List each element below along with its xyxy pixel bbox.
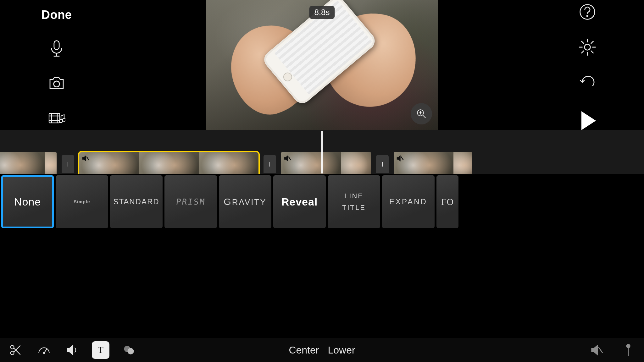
zoom-in-icon[interactable] (411, 103, 432, 124)
svg-line-29 (401, 157, 403, 160)
titles-icon[interactable]: T (92, 341, 109, 359)
title-style-label: EXPAND (389, 197, 427, 206)
svg-line-22 (581, 41, 584, 43)
title-style-label: GRAVITY (224, 196, 266, 207)
title-style-line-title[interactable]: LINE TITLE (328, 175, 380, 228)
svg-line-39 (599, 347, 603, 353)
timeline[interactable]: | | | (0, 130, 644, 174)
transition-slot[interactable]: | (371, 152, 394, 174)
title-style-gravity[interactable]: GRAVITY (219, 175, 271, 228)
svg-point-31 (11, 351, 14, 355)
clip-muted-icon (283, 154, 292, 163)
clip-muted-icon (396, 154, 404, 163)
title-style-prism[interactable]: PRISM (164, 175, 217, 228)
title-style-simple[interactable]: Simple (56, 175, 108, 228)
title-style-label: LINE TITLE (337, 192, 371, 212)
title-styles-panel: None Simple STANDARD PRISM GRAVITY Revea… (0, 174, 644, 231)
title-position-toggle: Center Lower (289, 344, 355, 356)
timeline-clip[interactable] (0, 152, 57, 174)
svg-point-40 (627, 344, 630, 348)
pin-icon[interactable] (619, 341, 637, 359)
svg-text:T: T (98, 345, 103, 355)
svg-rect-4 (49, 113, 60, 123)
clip-muted-icon (81, 154, 90, 163)
svg-line-23 (591, 51, 593, 53)
help-icon[interactable] (579, 3, 596, 21)
svg-point-35 (43, 352, 45, 354)
play-icon[interactable] (579, 109, 596, 130)
speed-icon[interactable] (35, 341, 53, 359)
svg-line-25 (581, 51, 584, 53)
svg-point-17 (585, 44, 591, 50)
timeline-clip[interactable] (394, 152, 472, 174)
playhead[interactable] (321, 131, 323, 173)
volume-icon[interactable] (64, 341, 81, 359)
title-style-none[interactable]: None (1, 175, 54, 228)
svg-point-3 (54, 81, 60, 87)
media-library-icon[interactable] (48, 110, 65, 127)
title-position-center[interactable]: Center (289, 344, 319, 356)
title-style-focus[interactable]: FO (436, 175, 458, 228)
svg-point-16 (587, 15, 588, 17)
right-toolbar (531, 0, 644, 130)
bottom-toolbar: T Center Lower (0, 338, 644, 362)
done-button[interactable]: Done (42, 8, 72, 22)
svg-point-30 (11, 345, 14, 349)
settings-icon[interactable] (579, 38, 596, 56)
svg-line-24 (591, 41, 593, 43)
title-style-reveal[interactable]: Reveal (273, 175, 326, 228)
title-style-label: STANDARD (113, 197, 159, 206)
editor-top-area: Done 8.8s (0, 0, 644, 130)
filters-icon[interactable] (120, 341, 138, 359)
title-style-expand[interactable]: EXPAND (382, 175, 435, 228)
video-preview[interactable]: 8.8s (206, 0, 438, 130)
title-style-label: None (14, 196, 41, 208)
svg-line-12 (423, 115, 426, 118)
timeline-clip[interactable] (281, 152, 371, 174)
preview-area: 8.8s (113, 0, 531, 130)
timeline-clip-selected[interactable] (79, 152, 258, 174)
svg-rect-0 (54, 41, 59, 50)
title-style-label: Simple (74, 199, 90, 204)
svg-point-38 (127, 348, 134, 354)
split-icon[interactable] (7, 341, 25, 359)
title-style-standard[interactable]: STANDARD (110, 175, 163, 228)
title-position-lower[interactable]: Lower (328, 344, 355, 356)
microphone-icon[interactable] (48, 39, 65, 57)
undo-icon[interactable] (579, 74, 596, 91)
title-style-label: Reveal (281, 196, 318, 208)
title-style-label: PRISM (175, 197, 206, 206)
svg-line-28 (288, 157, 291, 160)
transition-slot[interactable]: | (258, 152, 281, 174)
svg-line-27 (86, 157, 89, 160)
camera-icon[interactable] (48, 74, 65, 92)
transition-slot[interactable]: | (57, 152, 79, 174)
left-toolbar: Done (0, 0, 113, 130)
title-style-label: FO (441, 196, 454, 207)
clip-duration-badge: 8.8s (309, 6, 335, 19)
mute-speaker-icon[interactable] (588, 341, 606, 359)
